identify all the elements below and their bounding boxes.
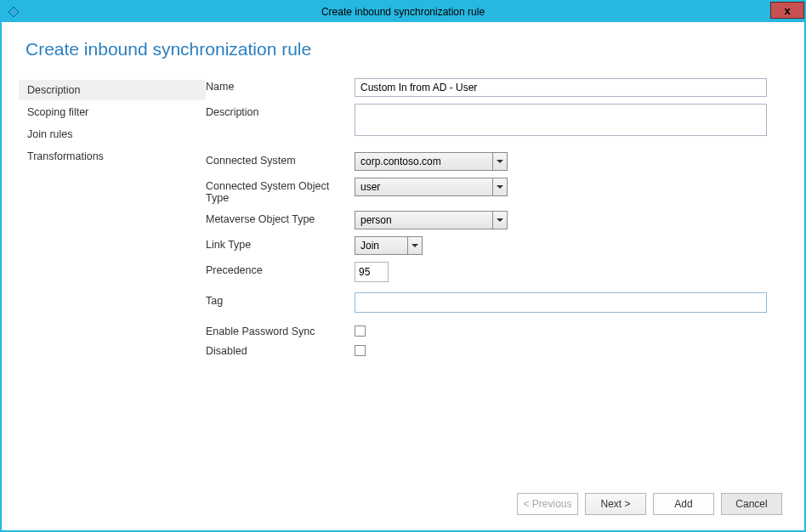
titlebar: Create inbound synchronization rule x [2,2,804,22]
dropdown-button[interactable] [407,236,423,255]
disabled-checkbox[interactable] [355,345,366,356]
connected-system-select[interactable]: corp.contoso.com [355,152,508,171]
name-label: Name [206,78,355,93]
tag-input[interactable] [355,292,767,313]
link-type-select[interactable]: Join [355,236,423,255]
mv-object-type-value: person [355,211,492,229]
sidebar-item-label: Scoping filter [27,106,88,118]
precedence-input[interactable] [355,262,389,282]
sidebar-item-transformations[interactable]: Transformations [19,146,206,167]
description-input[interactable] [355,104,767,136]
sidebar-item-label: Transformations [27,150,104,162]
enable-password-sync-checkbox[interactable] [355,325,366,337]
chevron-down-icon [497,160,503,163]
sidebar-item-join-rules[interactable]: Join rules [19,124,206,144]
previous-button[interactable]: < Previous [517,493,578,515]
connected-system-value: corp.contoso.com [355,152,492,171]
page-title: Create inbound synchronization rule [26,39,787,59]
close-button[interactable]: x [770,2,804,19]
wizard-sidebar: Description Scoping filter Join rules Tr… [19,76,206,513]
cs-object-type-select[interactable]: user [355,178,508,196]
chevron-down-icon [497,218,503,222]
svg-marker-1 [11,9,16,14]
sidebar-item-description[interactable]: Description [19,80,206,100]
sidebar-item-label: Description [27,84,81,96]
link-type-label: Link Type [206,236,355,251]
main-body: Description Scoping filter Join rules Tr… [19,76,787,513]
footer-buttons: < Previous Next > Add Cancel [517,493,782,515]
tag-label: Tag [206,292,355,307]
close-icon: x [784,4,790,17]
dropdown-button[interactable] [492,178,508,196]
dropdown-button[interactable] [492,152,508,171]
form-area: Name Description Connected System [206,76,787,513]
precedence-label: Precedence [206,262,355,276]
cancel-button[interactable]: Cancel [721,493,782,515]
chevron-down-icon [497,185,503,189]
disabled-label: Disabled [206,342,355,357]
dropdown-button[interactable] [492,211,508,229]
cs-object-type-label: Connected System Object Type [206,178,355,204]
next-button[interactable]: Next > [585,493,646,515]
app-icon [7,5,20,19]
window-title: Create inbound synchronization rule [321,6,485,18]
sidebar-item-label: Join rules [27,128,73,140]
chevron-down-icon [412,244,418,247]
description-label: Description [206,104,355,118]
mv-object-type-label: Metaverse Object Type [206,211,355,225]
mv-object-type-select[interactable]: person [355,211,508,229]
content-area: Create inbound synchronization rule Desc… [2,22,804,530]
window-frame: Create inbound synchronization rule x Cr… [0,0,806,532]
link-type-value: Join [355,236,407,255]
name-input[interactable] [355,78,767,97]
sidebar-item-scoping-filter[interactable]: Scoping filter [19,102,206,122]
connected-system-label: Connected System [206,152,355,167]
add-button[interactable]: Add [653,493,714,515]
cs-object-type-value: user [355,178,492,196]
enable-password-sync-label: Enable Password Sync [206,323,355,337]
